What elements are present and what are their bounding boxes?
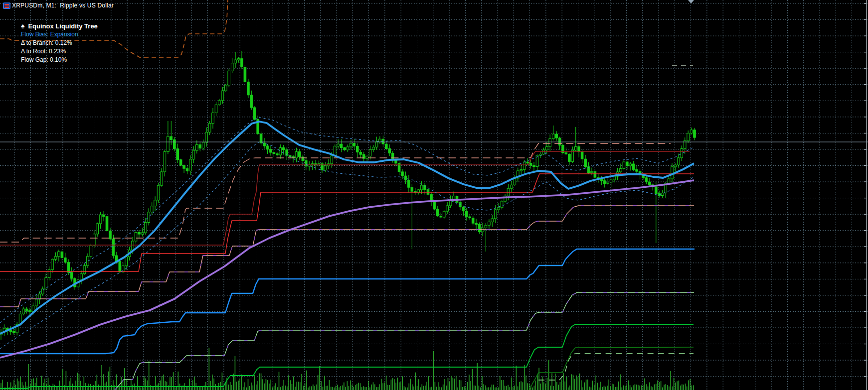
indicator-title: ♠Equinox Liquidity Tree <box>21 22 98 30</box>
tree-icon: ♠ <box>21 22 24 30</box>
indicator-panel: ♠Equinox Liquidity Tree Flow Bias: Expan… <box>21 22 98 64</box>
blue-root-step-line <box>0 249 694 354</box>
lightgreen-branch-line <box>115 292 694 390</box>
indicator-row-flow-gap: Flow Gap: 0.10% <box>21 56 98 64</box>
indicator-row-delta-root: Δ to Root: 0.23% <box>21 47 98 56</box>
green-trunk-line <box>0 324 694 389</box>
blue-ma-line <box>0 122 694 334</box>
chart-shift-marker[interactable] <box>688 0 694 3</box>
chart-area[interactable] <box>0 0 868 390</box>
chart-window: XRPUSDm, M1: Ripple vs US Dollar ♠Equino… <box>0 0 868 390</box>
indicator-row-flow-bias: Flow Bias: Expansion <box>21 30 98 39</box>
lightgreen-branch-line-purple-dash <box>115 292 694 390</box>
indicator-overlays <box>0 0 694 390</box>
candlesticks <box>0 51 695 340</box>
red-resistance-line <box>0 174 694 271</box>
chart-symbol-title: XRPUSDm, M1: Ripple vs US Dollar <box>12 2 114 9</box>
indicator-title-text: Equinox Liquidity Tree <box>28 22 97 30</box>
chart-list-icon <box>3 2 10 9</box>
price-axis-border[interactable] <box>864 0 867 390</box>
salmon-branch-line <box>0 206 694 307</box>
grid <box>0 0 868 390</box>
indicator-row-delta-branch: Δ to Branch: 0.12% <box>21 39 98 47</box>
